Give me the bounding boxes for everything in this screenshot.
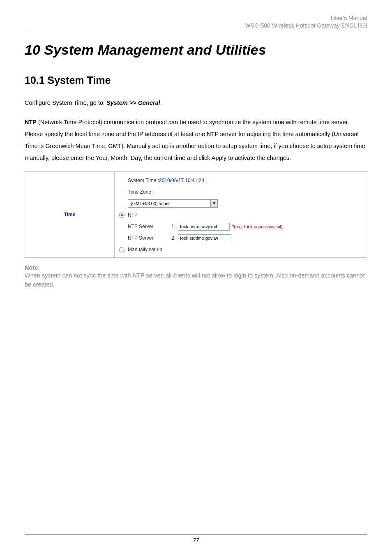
page-footer: 77 <box>25 534 367 543</box>
header-product: WSG-500 Wireless Hotspot Gateway <box>245 22 341 29</box>
header-line-2: WSG-500 Wireless Hotspot Gateway ENGLISH <box>25 22 367 29</box>
chevron-down-icon <box>210 200 217 207</box>
ntp-radio-label: NTP <box>128 212 138 218</box>
page-header: User's Manual WSG-500 Wireless Hotspot G… <box>25 15 367 31</box>
note-body: When system can not sync the time with N… <box>25 271 367 289</box>
header-line-1: User's Manual <box>25 15 367 21</box>
time-config-panel: Time System Time : 2010/06/17 10:41:24 T… <box>25 171 367 258</box>
timezone-select[interactable]: (GMT+08:00)Taipei <box>128 199 218 208</box>
header-language: ENGLISH <box>341 23 367 29</box>
ntp-server-1-input[interactable] <box>178 223 230 231</box>
intro-lead: Configure System Time, go to: <box>25 99 106 106</box>
time-row-content: System Time : 2010/06/17 10:41:24 Time Z… <box>115 172 367 258</box>
section-title: 10.1 System Time <box>25 74 367 86</box>
breadcrumb: System >> General <box>106 99 160 106</box>
ntp-term: NTP <box>25 119 37 125</box>
header-rule <box>25 31 367 31</box>
time-row-label: Time <box>25 172 115 258</box>
timezone-label-row: Time Zone : <box>118 187 363 197</box>
system-time-value: 2010/06/17 10:41:24 <box>159 178 204 183</box>
ntp-radio-row: NTP <box>118 210 363 220</box>
body-text: (Network Time Protocol) communication pr… <box>25 119 365 161</box>
note-title: Note: <box>25 264 367 271</box>
footer-rule <box>25 534 367 534</box>
timezone-selected-text: (GMT+08:00)Taipei <box>128 201 210 206</box>
manual-radio[interactable] <box>119 247 125 252</box>
ntp-server-2-index: 2: <box>170 235 175 241</box>
chapter-title: 10 System Management and Utilities <box>25 42 367 58</box>
ntp-server-1-index: 1: <box>170 224 175 229</box>
ntp-server-1-row: NTP Server 1: *(e.g. tock.usno.navy.mil) <box>118 221 363 232</box>
manual-radio-label: Manually set up <box>128 247 162 252</box>
body-paragraph: NTP (Network Time Protocol) communicatio… <box>25 116 367 164</box>
intro-period: . <box>160 99 162 106</box>
page-number: 77 <box>25 537 367 543</box>
manual-radio-row: Manually set up <box>118 244 363 255</box>
system-time-row: System Time : 2010/06/17 10:41:24 <box>118 175 363 186</box>
system-time-label: System Time : <box>128 178 159 183</box>
timezone-label: Time Zone : <box>128 189 154 195</box>
ntp-radio[interactable] <box>119 213 125 218</box>
timezone-select-row: (GMT+08:00)Taipei <box>118 198 363 209</box>
intro-paragraph: Configure System Time, go to: System >> … <box>25 97 367 109</box>
ntp-server-2-row: NTP Server 2: <box>118 233 363 243</box>
ntp-server-1-label: NTP Server <box>128 224 167 229</box>
ntp-server-1-hint: *(e.g. tock.usno.navy.mil) <box>232 224 283 229</box>
ntp-server-2-input[interactable] <box>178 234 231 242</box>
ntp-server-2-label: NTP Server <box>128 235 167 241</box>
